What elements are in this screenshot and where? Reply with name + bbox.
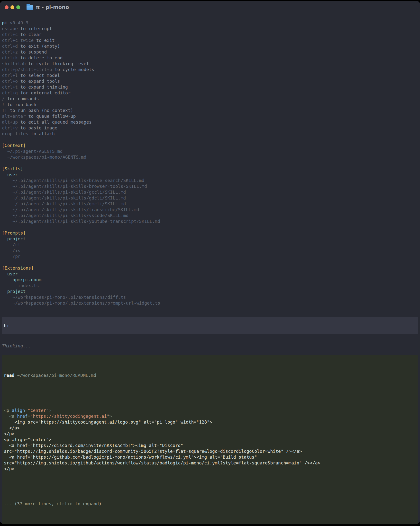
section-item: ~/.pi/agent/skills/pi-skills/browser-too… [2, 183, 418, 189]
section-item: /is [2, 248, 418, 253]
text-segment: to exit [34, 38, 55, 43]
text-segment: ~/.pi/agent/skills/pi-skills/brave-searc… [2, 178, 144, 183]
help-line: ctrl+z to suspend [2, 49, 418, 55]
text-segment: ~/.pi/agent/skills/pi-skills/gccli/SKILL… [2, 190, 126, 195]
blank-line [4, 483, 416, 489]
text-segment: to attach [28, 131, 54, 136]
text-segment: / [2, 96, 5, 101]
minimize-button[interactable] [10, 5, 14, 9]
code-line: </a> [4, 425, 416, 431]
text-segment: ctrl+l [2, 73, 18, 78]
text-segment: /pr [2, 254, 20, 259]
text-segment: align [12, 408, 25, 413]
sections: [Context] ~/.pi/agent/AGENTS.md ~/worksp… [2, 142, 418, 306]
text-segment: to expand thinking [18, 84, 68, 90]
text-segment: to cycle thinking level [26, 61, 89, 66]
help-line: escape to interrupt [2, 26, 418, 32]
terminal-window: π - pi-mono pi v0.49.3 escape to interru… [0, 1, 420, 524]
text-segment: escape [2, 26, 18, 31]
text-segment: </p> [4, 466, 14, 471]
tool-header: read ~/workspaces/pi-mono/README.md [4, 373, 416, 378]
text-segment: to interrupt [18, 26, 52, 31]
close-button[interactable] [5, 5, 9, 9]
text-segment: < [9, 414, 12, 419]
section-item: project [2, 289, 418, 294]
blank-line [4, 390, 416, 396]
text-segment: ~/.pi/agent/skills/pi-skills/youtube-tra… [2, 219, 160, 224]
text-segment: ctrl+o [2, 79, 18, 84]
section-item: ~/.pi/agent/skills/pi-skills/transcribe/… [2, 207, 418, 213]
help-line: drop files to attach [2, 131, 418, 137]
code-line: <img src="https://shittycodingagent.ai/l… [4, 419, 416, 425]
help-line: ctrl+p/shift+ctrl+p to cycle models [2, 67, 418, 72]
text-segment: > [49, 408, 51, 413]
folder-icon [27, 5, 33, 10]
section-item: npm:pi-doom [2, 277, 418, 283]
section-item: ~/.pi/agent/skills/pi-skills/youtube-tra… [2, 219, 418, 224]
text-segment: for commands [5, 96, 39, 101]
help-line: !! to run bash (no context) [2, 108, 418, 113]
text-segment: ~/.pi/agent/skills/pi-skills/gdcli/SKILL… [2, 195, 126, 201]
help-line: ctrl+c to clear [2, 32, 418, 38]
code-line: </p> [4, 431, 416, 437]
text-segment: <p align="center"> [4, 437, 51, 442]
text-segment: ctrl+c [2, 32, 18, 37]
text-segment: ) [99, 501, 102, 506]
code-line: <a href="https://discord.com/invite/nKXT… [4, 443, 416, 448]
code-line: src="https://img.shields.io/github/actio… [4, 460, 416, 466]
text-segment: to expand [72, 501, 99, 506]
text-segment: to cycle models [52, 67, 94, 72]
text-segment: href [17, 414, 28, 419]
text-segment: npm:pi-doom [2, 277, 42, 282]
text-segment: <img src="https://shittycodingagent.ai/l… [4, 419, 212, 425]
code-line: src="https://img.shields.io/badge/discor… [4, 448, 416, 454]
section-item: user [2, 271, 418, 277]
text-segment: to paste image [18, 125, 57, 131]
code-line: </p> [4, 466, 416, 472]
help-line: ctrl+g for external editor [2, 90, 418, 96]
section-item: user [2, 172, 418, 178]
help-line: ctrl+o to expand tools [2, 78, 418, 84]
text-segment: to suspend [18, 49, 47, 54]
text-segment: index.ts [2, 283, 39, 288]
text-segment: to expand tools [18, 79, 60, 84]
text-segment: project [2, 289, 26, 294]
section-header: [Prompts] [2, 230, 418, 236]
section-extensions: [Extensions] user npm:pi-doom index.ts p… [2, 265, 418, 306]
window-controls [5, 5, 20, 9]
text-segment: to delete to end [18, 55, 62, 60]
text-segment: ctrl+z [2, 49, 18, 54]
text-segment: to clear [18, 32, 42, 37]
help-line: ctrl+v to paste image [2, 125, 418, 131]
section-item: ~/.pi/agent/skills/pi-skills/gccli/SKILL… [2, 189, 418, 195]
text-segment: src="https://img.shields.io/badge/discor… [4, 449, 302, 454]
text-segment: user [2, 172, 18, 177]
text-segment: = [25, 408, 28, 413]
code-line: <a href="https://shittycodingagent.ai"> [4, 413, 416, 419]
window-title: π - pi-mono [36, 4, 69, 10]
section-item: ~/.pi/agent/skills/pi-skills/vscode/SKIL… [2, 213, 418, 219]
help-line: shift+tab to cycle thinking level [2, 61, 418, 67]
code-line: <p align="center"> [4, 437, 416, 443]
help-line: ctrl+d to exit (empty) [2, 43, 418, 49]
help-line: ctrl+l to select model [2, 72, 418, 78]
text-segment: ctrl+d [2, 44, 18, 49]
help-lines: escape to interruptctrl+c to clearctrl+c… [2, 26, 418, 137]
text-segment: ctrl+t [2, 84, 18, 90]
text-segment: v0.49.3 [7, 20, 29, 25]
text-segment: [Prompts] [2, 230, 26, 235]
maximize-button[interactable] [16, 5, 20, 9]
help-line: / for commands [2, 96, 418, 102]
section-prompts: [Prompts] project /cl /is /pr [2, 230, 418, 259]
text-segment: alt+enter [2, 114, 26, 119]
terminal-content: pi v0.49.3 escape to interruptctrl+c to … [0, 14, 420, 306]
text-segment: /is [2, 248, 20, 253]
text-segment: ctrl+k [2, 55, 18, 60]
text-segment: [Context] [2, 143, 26, 148]
text-segment: ~/workspaces/pi-mono/.pi/extensions/diff… [2, 295, 126, 300]
text-segment: a [12, 414, 15, 419]
text-segment: shift+tab [2, 61, 26, 66]
text-segment: /cl [2, 242, 20, 247]
text-segment: </a> [4, 425, 20, 430]
titlebar: π - pi-mono [0, 1, 420, 14]
